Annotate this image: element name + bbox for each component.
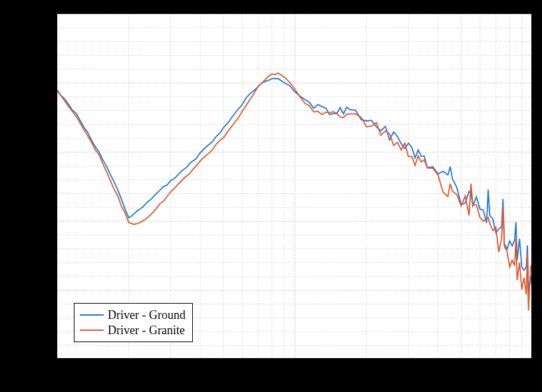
legend-item: Driver - Granite: [80, 323, 186, 338]
series-group: [57, 73, 532, 310]
legend-item: Driver - Ground: [80, 308, 186, 323]
legend-label: Driver - Granite: [108, 323, 185, 338]
legend-swatch-icon: [80, 330, 104, 331]
chart-plot: Driver - Ground Driver - Granite: [57, 13, 532, 359]
series-line: [57, 78, 532, 292]
legend-label: Driver - Ground: [108, 308, 186, 323]
series-line: [57, 73, 532, 310]
legend-swatch-icon: [80, 314, 104, 316]
legend: Driver - Ground Driver - Granite: [74, 303, 193, 342]
